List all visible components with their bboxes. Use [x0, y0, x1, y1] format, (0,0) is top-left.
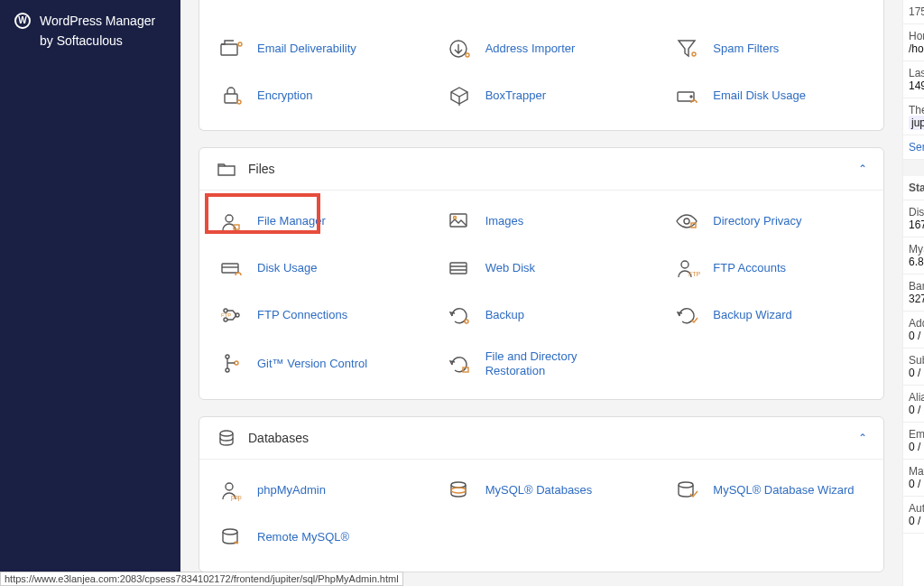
file-manager-icon — [216, 209, 248, 234]
git-icon — [216, 351, 248, 377]
svg-point-1 — [238, 42, 242, 46]
tool-label: Remote MySQL® — [257, 530, 349, 544]
tool-mysql-db-wizard[interactable]: MySQL® Database Wizard — [655, 470, 883, 510]
phpmyadmin-icon: php — [216, 478, 248, 503]
tool-boxtrapper[interactable]: BoxTrapper — [428, 76, 656, 116]
tool-label: Encryption — [257, 88, 312, 103]
folder-icon — [216, 161, 237, 177]
tool-backup[interactable]: Backup — [428, 295, 656, 335]
tool-phpmyadmin[interactable]: php phpMyAdmin — [199, 470, 428, 510]
tool-mysql-databases[interactable]: MySQL® Databases — [428, 470, 656, 510]
tool-label: Images — [485, 214, 524, 228]
tool-email-deliverability[interactable]: Email Deliverability — [199, 29, 428, 69]
import-icon — [444, 36, 476, 61]
info-label: Hom — [909, 30, 924, 42]
info-label: Last — [909, 67, 924, 79]
svg-rect-0 — [221, 44, 237, 55]
backup-wizard-icon — [671, 302, 704, 328]
svg-point-13 — [684, 219, 689, 224]
svg-text:FTP: FTP — [221, 312, 231, 318]
ftp-user-icon: FTP — [671, 256, 704, 281]
tool-images[interactable]: Images — [428, 201, 656, 241]
restore-icon — [444, 351, 476, 377]
main-content: Email Deliverability Address Importer Sp… — [180, 0, 902, 586]
panel-title: Databases — [248, 431, 309, 445]
tool-label: phpMyAdmin — [257, 483, 326, 498]
tool-label: Email Disk Usage — [713, 88, 806, 103]
disk-usage-icon — [216, 256, 248, 281]
wordpress-icon: W — [14, 13, 31, 29]
database-icon — [216, 430, 237, 446]
tool-web-disk[interactable]: Web Disk — [428, 248, 656, 288]
web-disk-icon — [444, 256, 476, 281]
info-label: Ther — [909, 104, 924, 116]
svg-text:php: php — [231, 494, 242, 501]
svg-point-12 — [453, 217, 456, 219]
disk-icon — [671, 83, 704, 108]
box-icon — [444, 83, 476, 108]
tool-ftp-accounts[interactable]: FTP FTP Accounts — [655, 248, 883, 288]
tool-ftp-connections[interactable]: FTP FTP Connections — [199, 295, 428, 335]
svg-point-34 — [223, 529, 237, 535]
tool-label: File and Directory Restoration — [485, 349, 640, 377]
svg-rect-5 — [225, 94, 237, 103]
tool-label: MySQL® Database Wizard — [713, 483, 854, 498]
tool-address-importer[interactable]: Address Importer — [428, 29, 656, 69]
ftp-connections-icon: FTP — [216, 302, 248, 328]
tool-spam-filters[interactable]: Spam Filters — [655, 29, 883, 69]
stats-section: Stat Disk167 MyS6.85 Ban327 Add0 / ∞ Sub… — [903, 176, 924, 534]
tool-label: FTP Accounts — [713, 261, 786, 275]
tool-remote-mysql[interactable]: Remote MySQL® — [199, 517, 428, 557]
tool-label: Backup Wizard — [713, 308, 791, 322]
svg-point-23 — [465, 320, 468, 323]
tool-file-dir-restoration[interactable]: File and Directory Restoration — [428, 342, 656, 385]
mailbox-icon — [216, 36, 248, 61]
tool-encryption[interactable]: Encryption — [199, 76, 428, 116]
tool-label: Web Disk — [485, 261, 535, 275]
chevron-up-icon: ⌃ — [858, 163, 867, 175]
tool-label: Email Deliverability — [257, 42, 356, 56]
tool-label: BoxTrapper — [485, 88, 546, 103]
tool-label: Backup — [485, 308, 524, 322]
funnel-icon — [671, 36, 704, 61]
svg-point-31 — [451, 482, 466, 488]
info-link[interactable]: Serv — [909, 141, 924, 153]
chevron-up-icon: ⌃ — [858, 432, 867, 444]
svg-point-3 — [466, 53, 469, 57]
svg-point-28 — [220, 431, 233, 436]
mysql-db-icon — [444, 478, 476, 503]
svg-point-8 — [690, 96, 692, 98]
svg-point-20 — [224, 318, 227, 321]
tool-label: Directory Privacy — [713, 214, 801, 228]
svg-point-29 — [226, 483, 233, 490]
sidebar-item-wordpress[interactable]: W WordPress Manager by Softaculous — [14, 11, 166, 51]
databases-panel: Databases ⌃ php phpMyAdmin MySQL® Databa… — [199, 416, 884, 572]
tool-disk-usage[interactable]: Disk Usage — [199, 248, 428, 288]
svg-rect-7 — [678, 92, 694, 101]
tool-label: Spam Filters — [713, 42, 779, 56]
sidebar-item-label: WordPress Manager by Softaculous — [40, 11, 166, 51]
tool-git-version-control[interactable]: Git™ Version Control — [199, 342, 428, 385]
svg-rect-16 — [450, 263, 467, 274]
tool-file-manager[interactable]: File Manager — [199, 201, 428, 241]
right-info-panel: 175 Hom/hor Last149 Therjup Serv Stat Di… — [902, 0, 924, 586]
tool-label: Git™ Version Control — [257, 357, 367, 371]
svg-text:FTP: FTP — [688, 271, 700, 277]
svg-point-4 — [692, 52, 696, 56]
stats-title: Stat — [903, 176, 924, 200]
files-header[interactable]: Files ⌃ — [199, 148, 883, 191]
svg-point-26 — [235, 361, 238, 365]
svg-point-6 — [237, 100, 241, 104]
tool-email-disk-usage[interactable]: Email Disk Usage — [655, 76, 883, 116]
panel-title: Files — [248, 162, 275, 176]
email-panel-partial: Email Deliverability Address Importer Sp… — [199, 0, 884, 131]
backup-icon — [444, 302, 476, 328]
tool-label: File Manager — [257, 214, 326, 228]
tool-directory-privacy[interactable]: Directory Privacy — [655, 201, 883, 241]
tool-label: Address Importer — [485, 42, 576, 56]
lock-icon — [216, 83, 248, 108]
databases-header[interactable]: Databases ⌃ — [199, 417, 883, 460]
tool-backup-wizard[interactable]: Backup Wizard — [655, 295, 883, 335]
mysql-wizard-icon — [671, 478, 704, 503]
remote-mysql-icon — [216, 525, 248, 550]
